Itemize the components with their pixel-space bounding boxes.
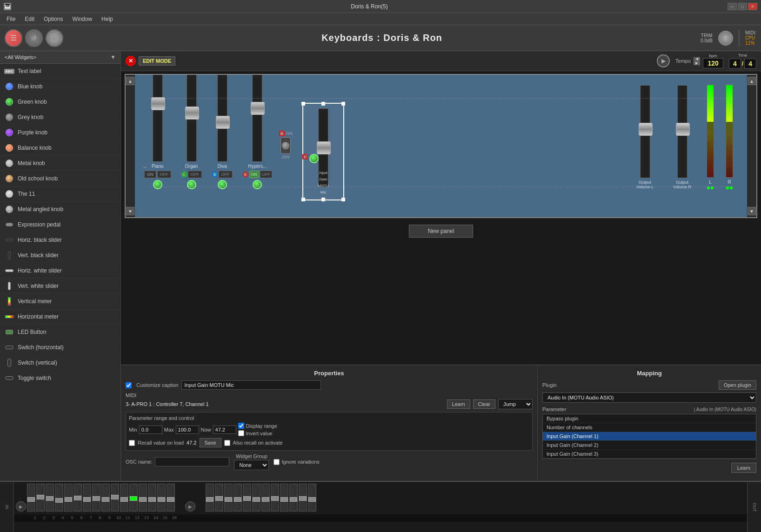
- track-fader-r12[interactable]: [308, 484, 316, 512]
- hypers-slider-handle[interactable]: [251, 102, 265, 115]
- sel-handle-br[interactable]: [341, 198, 345, 201]
- mapping-learn-btn[interactable]: Learn: [731, 463, 756, 473]
- track-fader-6[interactable]: [73, 484, 82, 512]
- edit-mode-icon[interactable]: ✕: [126, 56, 136, 66]
- piano-off-btn[interactable]: OFF: [157, 171, 171, 178]
- sidebar-item-balance-knob[interactable]: Balance knob: [0, 140, 120, 156]
- track-fader-12[interactable]: [129, 484, 138, 512]
- sel-handle-bc[interactable]: [321, 198, 325, 201]
- time-numerator[interactable]: 4: [729, 59, 741, 69]
- also-recall-checkbox[interactable]: [224, 440, 230, 446]
- piano-knob[interactable]: [153, 180, 162, 189]
- track-fader-r1[interactable]: [206, 484, 214, 512]
- tempo-minus-btn[interactable]: ◀: [694, 57, 700, 61]
- selected-slider-handle[interactable]: [317, 141, 331, 154]
- output-vol-l-track[interactable]: [640, 85, 650, 178]
- track-fader-15[interactable]: [157, 484, 166, 512]
- track-fader-r3[interactable]: [224, 484, 233, 512]
- sel-handle-tc[interactable]: [321, 102, 325, 106]
- new-panel-button[interactable]: New panel: [409, 225, 474, 238]
- track-fader-7[interactable]: [83, 484, 91, 512]
- widget-group-select[interactable]: None: [234, 460, 269, 470]
- track-fader-r4[interactable]: [234, 484, 242, 512]
- close-button[interactable]: ✕: [748, 3, 757, 10]
- sidebar-item-vertical-meter[interactable]: Vertical meter: [0, 294, 120, 309]
- sidebar-item-expression-pedal[interactable]: Expression pedal: [0, 217, 120, 233]
- hypers-off-btn[interactable]: OFF: [260, 171, 272, 178]
- sel-handle-tr[interactable]: [341, 102, 345, 106]
- sidebar-item-grey-knob[interactable]: Grey knob: [0, 110, 120, 125]
- trim-knob[interactable]: [718, 31, 733, 46]
- hypers-slider-track[interactable]: [252, 75, 262, 162]
- play-transport-btn[interactable]: ▶: [16, 501, 26, 512]
- toolbar-btn-3[interactable]: ⊕: [46, 29, 63, 47]
- diva-knob[interactable]: [218, 180, 227, 189]
- track-fader-10[interactable]: [111, 484, 119, 512]
- param-input-gain-ch3[interactable]: Input Gain (Channel 3): [543, 450, 756, 459]
- invert-value-checkbox[interactable]: [238, 430, 244, 436]
- track-fader-r5[interactable]: [243, 484, 251, 512]
- diva-slider-track[interactable]: [217, 75, 227, 162]
- sidebar-item-blue-knob[interactable]: Blue knob: [0, 79, 120, 94]
- menu-edit[interactable]: Edit: [20, 15, 39, 23]
- play-button[interactable]: ▶: [657, 54, 670, 67]
- bpm-display[interactable]: 120: [703, 58, 723, 68]
- menu-help[interactable]: Help: [97, 15, 118, 23]
- diva-off-btn[interactable]: OFF: [219, 171, 233, 178]
- play-transport-btn-2[interactable]: ▶: [185, 501, 195, 512]
- track-fader-9[interactable]: [101, 484, 110, 512]
- organ-knob[interactable]: [187, 180, 196, 189]
- scroll-right-up[interactable]: ▲: [748, 77, 756, 85]
- time-denominator[interactable]: 4: [744, 59, 756, 69]
- sel-handle-bl[interactable]: [301, 198, 305, 201]
- track-fader-r8[interactable]: [271, 484, 279, 512]
- open-plugin-btn[interactable]: Open plugin: [719, 380, 756, 390]
- now-input[interactable]: [213, 426, 236, 434]
- sidebar-item-toggle-switch[interactable]: Toggle switch: [0, 371, 120, 386]
- sidebar-item-vert-white-slider[interactable]: Vert. white slider: [0, 279, 120, 294]
- customize-caption-checkbox[interactable]: [126, 382, 132, 388]
- track-fader-1[interactable]: [27, 484, 35, 512]
- f-knob[interactable]: [309, 154, 319, 163]
- piano-on-btn[interactable]: ON: [144, 171, 156, 178]
- maximize-button[interactable]: □: [738, 3, 747, 10]
- minimize-button[interactable]: ─: [728, 3, 737, 10]
- track-fader-r10[interactable]: [289, 484, 298, 512]
- diva-slider-handle[interactable]: [216, 116, 230, 129]
- track-fader-r9[interactable]: [280, 484, 288, 512]
- midi-clear-btn[interactable]: Clear: [473, 399, 495, 409]
- track-fader-r7[interactable]: [261, 484, 270, 512]
- sidebar-item-green-knob[interactable]: Green knob: [0, 94, 120, 110]
- min-input[interactable]: [139, 426, 162, 434]
- panel-canvas[interactable]: ▲ ▼ ▲ ▼: [125, 74, 757, 218]
- max-input[interactable]: [176, 426, 199, 434]
- output-vol-l-handle[interactable]: [639, 123, 653, 136]
- sidebar-item-horiz-white-slider[interactable]: Horiz. white slider: [0, 263, 120, 279]
- sidebar-item-the-11[interactable]: The 11: [0, 186, 120, 202]
- track-fader-r2[interactable]: [215, 484, 223, 512]
- menu-options[interactable]: Options: [39, 15, 67, 23]
- plugin-select[interactable]: Audio In (MOTU Audio ASIO): [542, 392, 756, 403]
- sidebar-item-switch-vertical[interactable]: Switch (vertical): [0, 355, 120, 371]
- tempo-plus-btn[interactable]: ▶: [694, 61, 700, 65]
- osc-input[interactable]: [155, 457, 229, 466]
- hypers-on-btn[interactable]: ON: [249, 171, 260, 178]
- recall-checkbox[interactable]: [129, 440, 135, 446]
- hypers-knob[interactable]: [253, 180, 262, 189]
- piano-slider-handle[interactable]: [151, 97, 165, 110]
- sidebar-item-led-button[interactable]: LED Button: [0, 325, 120, 340]
- output-vol-r-track[interactable]: [677, 85, 688, 178]
- sidebar-item-horiz-black-slider[interactable]: Horiz. black slider: [0, 233, 120, 248]
- sidebar-item-purple-knob[interactable]: Purple knob: [0, 125, 120, 140]
- sidebar-item-metal-angled-knob[interactable]: Metal angled knob: [0, 202, 120, 217]
- track-fader-16[interactable]: [167, 484, 175, 512]
- sidebar-header[interactable]: <All Widgets> ▼: [0, 51, 120, 64]
- track-fader-11[interactable]: [120, 484, 128, 512]
- sidebar-item-vert-black-slider[interactable]: Vert. black slider: [0, 248, 120, 263]
- toggle-switch-body[interactable]: [280, 137, 291, 154]
- organ-slider-handle[interactable]: [185, 106, 199, 120]
- param-bypass-plugin[interactable]: Bypass plugin: [543, 414, 756, 423]
- track-fader-r11[interactable]: [299, 484, 307, 512]
- menu-file[interactable]: File: [2, 15, 20, 23]
- param-number-of-channels[interactable]: Number of channels: [543, 423, 756, 432]
